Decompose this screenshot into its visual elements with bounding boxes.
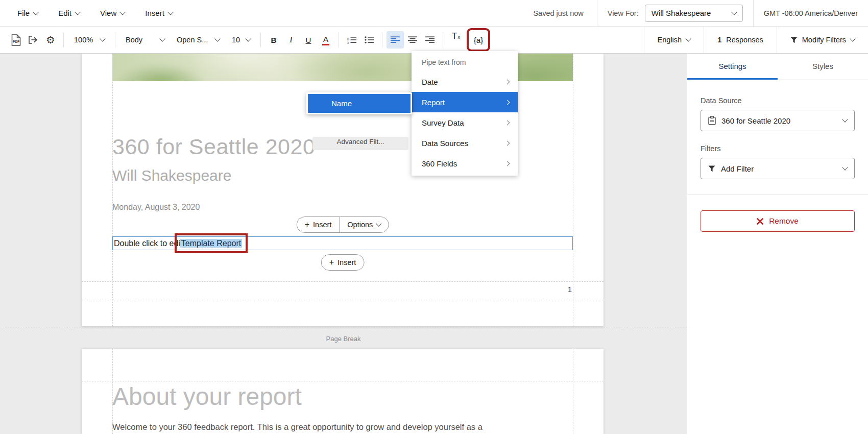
font-size-value: 10 (232, 36, 240, 44)
paragraph-style-value: Body (126, 36, 142, 44)
tab-styles[interactable]: Styles (778, 54, 868, 80)
text-block[interactable]: Double click to ediTemplate Report (112, 236, 573, 250)
insert-below-control[interactable]: + Insert (321, 254, 365, 271)
piped-field-template-report[interactable]: Template Report (180, 239, 242, 248)
insert-button[interactable]: + Insert (297, 217, 340, 232)
advanced-filter-ghost-label: Advanced Filt... (336, 138, 384, 150)
menu-file[interactable]: File (17, 9, 38, 17)
gear-icon: ⚙ (46, 34, 55, 46)
menu-file-label: File (17, 9, 30, 17)
toolbar-right: English 1 Responses Modify Filters (644, 27, 868, 53)
modify-filters-label: Modify Filters (802, 36, 846, 44)
remove-button[interactable]: Remove (701, 210, 855, 232)
menu-edit[interactable]: Edit (58, 9, 80, 17)
export-pdf-button[interactable]: PDF (7, 31, 25, 49)
underline-button[interactable]: U (300, 31, 317, 49)
toolbar-divider (339, 32, 339, 47)
piped-text-button[interactable]: {a} (470, 31, 487, 49)
color-swatch (322, 44, 329, 45)
underline-icon: U (306, 36, 311, 44)
bold-button[interactable]: B (265, 31, 282, 49)
font-family-select[interactable]: Open S... (171, 31, 226, 49)
section-body-text[interactable]: Welcome to your 360 feedback report. Thi… (112, 421, 573, 432)
menu-item-survey-data[interactable]: Survey Data (412, 112, 518, 133)
pdf-icon: PDF (11, 34, 21, 46)
report-date[interactable]: Monday, August 3, 2020 (112, 203, 200, 212)
modify-filters-button[interactable]: Modify Filters (777, 27, 868, 53)
chevron-right-icon (505, 140, 510, 146)
pipe-text-menu-header: Pipe text from (412, 53, 518, 71)
margin-guide-left (112, 54, 113, 326)
chevron-down-icon (167, 9, 173, 15)
insert-below-label: Insert (337, 258, 356, 267)
italic-button[interactable]: I (282, 31, 300, 49)
piped-text-icon: {a} (474, 36, 483, 44)
menu-item-data-sources[interactable]: Data Sources (412, 133, 518, 153)
menu-item-report[interactable]: Report (412, 92, 518, 112)
menu-item-360-fields-label: 360 Fields (422, 159, 457, 168)
chevron-down-icon (33, 9, 39, 15)
tab-settings[interactable]: Settings (687, 54, 778, 80)
ordered-list-icon: 123 (347, 36, 356, 44)
submenu-item-name[interactable]: Name (308, 94, 411, 113)
timezone-label: GMT -06:00 America/Denver (764, 9, 858, 17)
italic-icon: I (290, 35, 292, 44)
chevron-down-icon (159, 36, 165, 41)
section-heading[interactable]: About your report (112, 382, 302, 411)
menu-item-date[interactable]: Date (412, 71, 518, 92)
sidebar-divider (687, 195, 868, 195)
svg-text:PDF: PDF (13, 40, 19, 43)
insert-below-button[interactable]: + Insert (322, 255, 364, 270)
text-color-icon: A (323, 35, 328, 43)
settings-button[interactable]: ⚙ (42, 31, 59, 49)
export-button[interactable] (25, 31, 42, 49)
margin-guide-right (573, 54, 573, 326)
page-break-line (0, 327, 687, 327)
close-icon (757, 218, 763, 225)
menu-bar-right: Saved just now View For: Will Shakespear… (520, 0, 868, 26)
ordered-list-button[interactable]: 123 (343, 31, 360, 49)
chevron-right-icon (505, 161, 510, 166)
view-for-value: Will Shakespeare (652, 9, 711, 17)
plus-icon: + (305, 221, 309, 229)
footer-guide-bottom (82, 300, 604, 300)
add-filter-value: Add Filter (721, 164, 754, 173)
align-center-button[interactable] (404, 31, 421, 49)
report-subject[interactable]: Will Shakespeare (112, 167, 231, 184)
menu-item-360-fields[interactable]: 360 Fields (412, 153, 518, 174)
options-button[interactable]: Options (340, 217, 388, 232)
chevron-right-icon (505, 79, 510, 84)
bullet-list-button[interactable] (360, 31, 378, 49)
zoom-select[interactable]: 100% (68, 31, 111, 49)
formatting-toolbar: PDF ⚙ 100% Body Open S... 10 B I U (0, 27, 868, 54)
menu-item-data-sources-label: Data Sources (422, 139, 468, 148)
add-filter-select[interactable]: Add Filter (701, 158, 855, 179)
menu-insert[interactable]: Insert (145, 9, 173, 17)
chevron-down-icon (842, 116, 848, 122)
align-right-button[interactable] (421, 31, 439, 49)
clear-formatting-button[interactable]: T x (447, 31, 465, 49)
submenu-item-name-label: Name (331, 99, 352, 108)
margin-guide-right (573, 349, 573, 434)
zoom-value: 100% (74, 36, 93, 44)
text-color-button[interactable]: A (317, 31, 334, 49)
menu-view[interactable]: View (100, 9, 125, 17)
language-select[interactable]: English (644, 27, 704, 53)
svg-text:3: 3 (347, 41, 349, 44)
font-size-select[interactable]: 10 (226, 31, 256, 49)
view-for-select[interactable]: Will Shakespeare (645, 5, 743, 22)
toolbar-divider (63, 32, 64, 47)
report-title[interactable]: 360 for Seattle 2020 (112, 134, 315, 159)
align-center-icon (408, 36, 417, 43)
header-guide (82, 381, 604, 381)
data-source-select[interactable]: 360 for Seattle 2020 (701, 110, 855, 131)
chevron-right-icon (505, 120, 510, 125)
remove-label: Remove (769, 216, 799, 226)
report-submenu: Name (306, 92, 412, 114)
paragraph-style-select[interactable]: Body (119, 31, 171, 49)
responses-indicator[interactable]: 1 Responses (704, 27, 777, 53)
align-left-button[interactable] (387, 31, 404, 49)
settings-sidebar: Settings Styles Data Source 360 for Seat… (687, 54, 868, 434)
toolbar-divider (260, 32, 261, 47)
view-for-section: View For: Will Shakespeare (597, 0, 753, 26)
